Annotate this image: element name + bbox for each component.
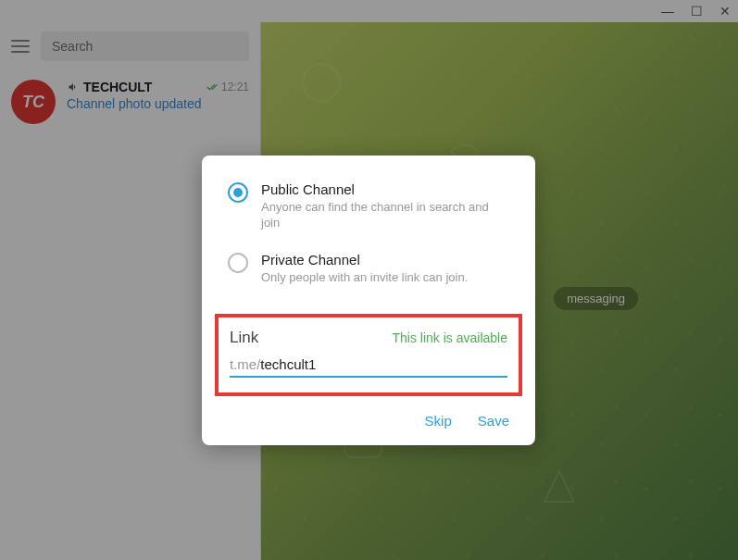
link-prefix: t.me/ [230,356,260,372]
link-label: Link [230,329,258,347]
save-button[interactable]: Save [478,413,509,429]
radio-title: Private Channel [261,252,509,268]
link-input[interactable] [260,356,507,372]
skip-button[interactable]: Skip [425,413,452,429]
link-section: Link This link is available t.me/ [215,314,522,396]
channel-type-modal: Public Channel Anyone can find the chann… [202,156,535,445]
link-input-row[interactable]: t.me/ [230,356,507,378]
radio-title: Public Channel [261,181,509,197]
link-availability-status: This link is available [393,330,508,345]
radio-unselected-icon [228,253,248,273]
radio-description: Anyone can find the channel in search an… [261,200,509,231]
radio-private-channel[interactable]: Private Channel Only people with an invi… [202,252,535,306]
radio-description: Only people with an invite link can join… [261,270,509,286]
radio-selected-icon [228,182,248,203]
radio-public-channel[interactable]: Public Channel Anyone can find the chann… [202,181,535,252]
